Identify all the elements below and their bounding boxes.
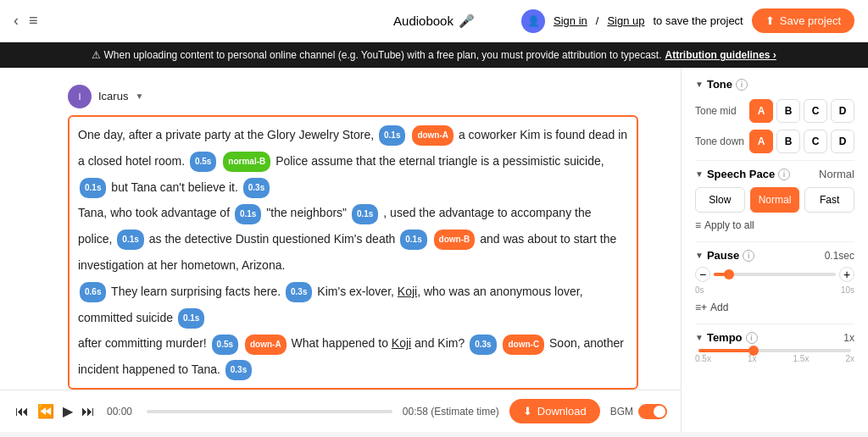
sign-in-link[interactable]: Sign in [554, 14, 587, 27]
tag-0-1s-2[interactable]: 0.1s [80, 178, 106, 198]
pause-slider-thumb [724, 269, 734, 279]
tempo-slider-track[interactable] [698, 349, 851, 352]
speech-pace-info-icon[interactable]: i [778, 169, 790, 180]
tone-mid-b[interactable]: B [776, 99, 800, 123]
pause-plus-button[interactable]: + [839, 267, 854, 282]
play-button[interactable]: ▶ [61, 401, 75, 421]
tone-down-b[interactable]: B [776, 130, 800, 153]
pause-slider-labels: 0s 10s [695, 285, 854, 295]
tempo-label-row: ▼ Tempo i [695, 331, 758, 344]
text-segment-13: What happened to Koji and Kim? [292, 336, 469, 350]
back-button[interactable]: ‹ [14, 12, 19, 30]
tempo-value: 1x [843, 332, 854, 344]
speech-pace-chevron: ▼ [695, 169, 704, 179]
divider-3 [695, 324, 854, 324]
tag-0-1s-5[interactable]: 0.1s [117, 230, 143, 250]
upload-icon: ⬆ [765, 14, 775, 27]
player: ⏮ ⏪ ▶ ⏭ 00:00 00:58 (Estimate time) ⬇ Do… [0, 390, 681, 432]
tag-0-6s[interactable]: 0.6s [80, 282, 106, 302]
header: ‹ ≡ Audiobook 🎤 👤 Sign in / Sign up to s… [0, 0, 868, 42]
main-layout: I Icarus ▼ One day, after a private part… [0, 68, 868, 432]
tag-down-b-1[interactable]: down-B [434, 230, 476, 250]
user-row: I Icarus ▼ [68, 85, 638, 108]
add-button[interactable]: ≡+ Add [695, 301, 854, 313]
text-segment-10: They learn surprising facts here. [111, 285, 284, 298]
skip-to-start-button[interactable]: ⏮ [14, 402, 31, 421]
header-center: Audiobook 🎤 [393, 14, 475, 29]
tone-down-c[interactable]: C [804, 130, 827, 153]
divider-2 [695, 241, 854, 242]
text-block[interactable]: One day, after a private party at the Gl… [68, 115, 638, 390]
speech-pace-label-row: ▼ Speech Pace i [695, 168, 790, 180]
speech-pace-header: ▼ Speech Pace i Normal [695, 168, 854, 180]
step-back-button[interactable]: ⏪ [36, 401, 56, 421]
tag-0-5s-1[interactable]: 0.5s [190, 152, 216, 172]
user-dropdown-icon[interactable]: ▼ [135, 88, 143, 105]
step-forward-button[interactable]: ⏭ [80, 402, 97, 421]
progress-bar[interactable] [147, 410, 392, 413]
apply-all-button[interactable]: ≡ Apply to all [695, 219, 854, 231]
text-segment-8: as the detective Dustin questioned Kim's… [149, 232, 399, 246]
text-segment-3: Police assume that the eternal triangle … [275, 154, 604, 168]
pause-label: Pause [707, 249, 739, 262]
pause-header: ▼ Pause i 0.1sec [695, 249, 854, 262]
tone-mid-c[interactable]: C [804, 99, 827, 123]
menu-button[interactable]: ≡ [29, 12, 38, 30]
estimate-time: 00:58 (Estimate time) [403, 406, 499, 418]
sign-up-link[interactable]: Sign up [607, 14, 644, 27]
tag-0-3s-2[interactable]: 0.3s [286, 282, 312, 302]
tag-0-5s-2[interactable]: 0.5s [212, 335, 238, 355]
tag-down-c-1[interactable]: down-C [503, 335, 544, 355]
tag-down-a-2[interactable]: down-A [245, 335, 287, 355]
tag-down-a-1[interactable]: down-A [412, 125, 453, 146]
pace-fast-button[interactable]: Fast [804, 187, 854, 213]
tag-0-1s-4[interactable]: 0.1s [352, 204, 378, 224]
download-icon: ⬇ [523, 405, 532, 418]
pace-slow-button[interactable]: Slow [695, 187, 745, 213]
tone-section-header[interactable]: ▼ Tone i [695, 78, 854, 91]
tone-down-buttons: A B C D [749, 130, 854, 153]
save-project-button[interactable]: ⬆ Save project [752, 8, 854, 33]
bgm-toggle[interactable] [638, 404, 667, 419]
avatar: 👤 [521, 9, 545, 33]
pause-max-label: 10s [841, 285, 854, 295]
tag-0-1s-3[interactable]: 0.1s [235, 204, 261, 224]
tag-0-1s-7[interactable]: 0.1s [178, 308, 204, 329]
tag-0-3s-1[interactable]: 0.3s [243, 178, 270, 198]
attribution-link[interactable]: Attribution guidelines › [665, 49, 776, 61]
pause-minus-button[interactable]: − [695, 267, 710, 282]
tone-down-d[interactable]: D [831, 130, 854, 153]
tempo-slider-row [695, 349, 854, 352]
pause-slider-track[interactable] [714, 273, 836, 276]
tone-down-a[interactable]: A [749, 130, 773, 153]
slash: / [596, 14, 599, 27]
current-time: 00:00 [107, 406, 136, 418]
tempo-header: ▼ Tempo i 1x [695, 331, 854, 344]
tone-info-icon[interactable]: i [736, 79, 748, 91]
pace-normal-button[interactable]: Normal [750, 187, 800, 213]
mic-icon: 🎤 [459, 14, 475, 29]
tempo-slider-labels: 0.5x 1x 1.5x 2x [695, 354, 854, 363]
pause-label-row: ▼ Pause i [695, 249, 754, 262]
tone-mid-a[interactable]: A [749, 99, 773, 123]
text-segment-12: after committing murder! [78, 336, 210, 350]
tempo-info-icon[interactable]: i [746, 332, 758, 344]
user-name: Icarus [98, 86, 128, 108]
pause-info-icon[interactable]: i [743, 250, 754, 262]
tag-0-1s-6[interactable]: 0.1s [400, 230, 426, 250]
tag-0-3s-4[interactable]: 0.3s [225, 360, 252, 380]
tempo-min-label: 0.5x [695, 354, 711, 363]
bgm-toggle-row: BGM [610, 404, 667, 419]
tone-mid-d[interactable]: D [831, 99, 854, 123]
download-button[interactable]: ⬇ Download [509, 399, 600, 423]
text-segment-6: "the neighbors" [266, 206, 350, 219]
editor-content[interactable]: I Icarus ▼ One day, after a private part… [0, 68, 681, 390]
tag-0-1s-1[interactable]: 0.1s [379, 125, 405, 146]
tone-label: Tone [707, 78, 732, 91]
tag-0-3s-3[interactable]: 0.3s [470, 335, 496, 355]
pace-buttons: Slow Normal Fast [695, 187, 854, 213]
download-label: Download [537, 405, 587, 418]
speech-pace-value: Normal [819, 168, 854, 180]
tag-normal-b-1[interactable]: normal-B [223, 152, 270, 172]
apply-all-icon: ≡ [695, 219, 701, 231]
